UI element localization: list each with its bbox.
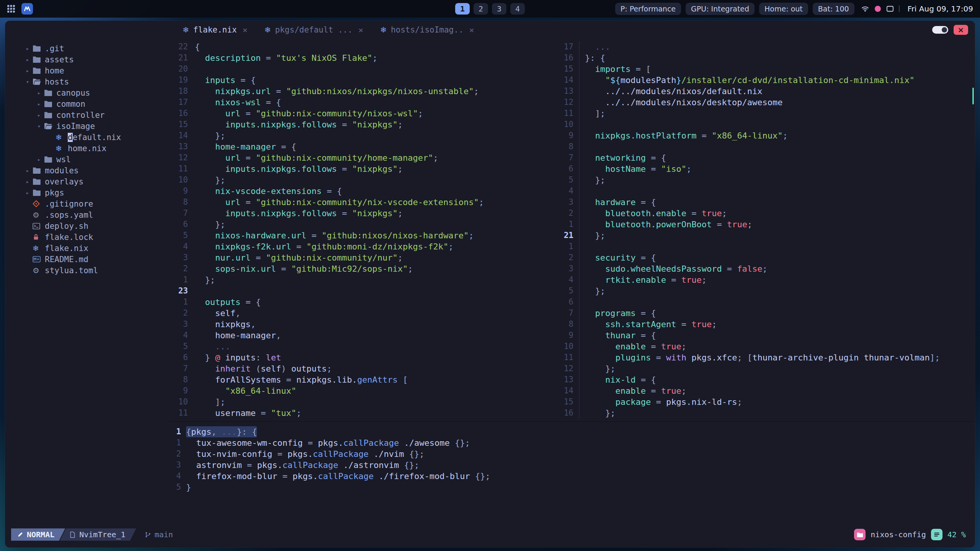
code-line[interactable]: 23 [170, 285, 558, 297]
wifi-icon[interactable] [861, 5, 869, 13]
code-line[interactable]: 13 nix-ld = { [558, 374, 975, 385]
code-line[interactable]: 12 url = "github:nix-community/home-mana… [170, 152, 558, 163]
code-line[interactable]: 5 }; [558, 285, 975, 297]
chevron-down-icon[interactable]: ▾ [34, 123, 44, 130]
code-line[interactable]: 5 nixos-hardware.url = "github:nixos/nix… [170, 230, 558, 241]
code-line[interactable]: 15 package = pkgs.nix-ld-rs; [558, 396, 975, 408]
code-line[interactable]: 14 }; [170, 130, 558, 141]
code-line[interactable]: 7 networking = { [558, 152, 975, 163]
chevron-right-icon[interactable]: ▸ [23, 178, 33, 185]
tree-item-flake-nix[interactable]: ❄flake.nix [5, 243, 170, 254]
code-line[interactable]: 11 plugins = with pkgs.xfce; [thunar-arc… [558, 352, 975, 363]
code-line[interactable]: 3 sudo.wheelNeedsPassword = false; [558, 263, 975, 274]
tab-close-icon[interactable]: × [243, 25, 248, 35]
code-line[interactable]: 14 enable = true; [558, 385, 975, 396]
code-line[interactable]: 6 [558, 297, 975, 308]
code-line[interactable]: 6 hostName = "iso"; [558, 163, 975, 174]
workspace-button-4[interactable]: 4 [510, 3, 525, 15]
code-line[interactable]: 16 }; [558, 408, 975, 419]
tree-item-hosts[interactable]: ▾hosts [5, 76, 170, 87]
tree-item-modules[interactable]: ▸modules [5, 165, 170, 176]
code-line[interactable]: 5 }; [558, 174, 975, 186]
launcher-logo-icon[interactable] [21, 3, 33, 15]
code-line[interactable]: 4 rtkit.enable = true; [558, 274, 975, 285]
code-line[interactable]: 17 nixos-wsl = { [170, 97, 558, 108]
tree-item-common[interactable]: ▸common [5, 98, 170, 109]
buffer-tab[interactable]: ❄hosts/isoImag..× [372, 21, 482, 39]
code-line[interactable]: 11 ]; [558, 108, 975, 119]
code-line[interactable]: 6 }; [170, 219, 558, 230]
tree-item--sops-yaml[interactable]: ⚙.sops.yaml [5, 209, 170, 220]
tree-item-home[interactable]: ▸home [5, 65, 170, 76]
code-line[interactable]: 11 username = "tux"; [170, 408, 558, 419]
code-line[interactable]: 5} [170, 482, 975, 493]
chevron-right-icon[interactable]: ▸ [34, 101, 44, 108]
code-line[interactable]: 13 home-manager = { [170, 141, 558, 152]
code-line[interactable]: 7 inherit (self) outputs; [170, 363, 558, 374]
code-line[interactable]: 1 tux-awesome-wm-config = pkgs.callPacka… [170, 437, 975, 448]
code-line[interactable]: 3 astronvim = pkgs.callPackage ./astronv… [170, 460, 975, 471]
code-line[interactable]: 19 inputs = { [170, 75, 558, 86]
chevron-right-icon[interactable]: ▸ [23, 189, 33, 196]
buffer-tab[interactable]: ❄flake.nix× [175, 21, 255, 39]
code-line[interactable]: 7 programs = { [558, 308, 975, 319]
code-line[interactable]: 5 ... [170, 341, 558, 352]
code-line[interactable]: 6 } @ inputs: let [170, 352, 558, 363]
app-launcher-icon[interactable] [7, 5, 15, 13]
buffer-tab[interactable]: ❄pkgs/default ...× [257, 21, 371, 39]
code-line[interactable]: 3 nur.url = "github:nix-community/nur"; [170, 252, 558, 263]
code-line[interactable]: 4 firefox-mod-blur = pkgs.callPackage ./… [170, 471, 975, 482]
code-line[interactable]: 9 nix-vscode-extensions = { [170, 186, 558, 197]
tree-item-canopus[interactable]: ▸canopus [5, 87, 170, 98]
tray-window-icon[interactable] [886, 5, 894, 12]
code-line[interactable]: 15 imports = [ [558, 64, 975, 75]
code-line[interactable]: 22{ [170, 41, 558, 52]
code-line[interactable]: 9 "x86_64-linux" [170, 385, 558, 396]
tab-close-icon[interactable]: × [469, 25, 474, 35]
code-line[interactable]: 7 inputs.nixpkgs.follows = "nixpkgs"; [170, 208, 558, 219]
chevron-right-icon[interactable]: ▸ [23, 167, 33, 174]
code-line[interactable]: 1 outputs = { [170, 297, 558, 308]
code-line[interactable]: 8 forAllSystems = nixpkgs.lib.genAttrs [ [170, 374, 558, 385]
color-picker-icon[interactable] [874, 5, 881, 12]
chevron-right-icon[interactable]: ▸ [34, 156, 44, 163]
tree-item-flake-lock[interactable]: flake.lock [5, 231, 170, 243]
code-line[interactable]: 13 ../../modules/nixos/default.nix [558, 86, 975, 97]
tree-item-pkgs[interactable]: ▸pkgs [5, 187, 170, 198]
code-line[interactable]: 8 ssh.startAgent = true; [558, 319, 975, 330]
code-line[interactable]: 9 nixpkgs.hostPlatform = "x86_64-linux"; [558, 130, 975, 141]
tree-item-home-nix[interactable]: ❄home.nix [5, 143, 170, 154]
code-line[interactable]: 15 inputs.nixpkgs.follows = "nixpkgs"; [170, 119, 558, 130]
code-line[interactable]: 4 [558, 186, 975, 197]
code-line[interactable]: 3 nixpkgs, [170, 319, 558, 330]
tree-item-assets[interactable]: ▸assets [5, 54, 170, 65]
code-line[interactable]: 1 [558, 241, 975, 252]
window-close-button[interactable]: × [954, 25, 968, 35]
scrollbar-thumb[interactable] [972, 88, 974, 104]
code-line[interactable]: 9 thunar = { [558, 330, 975, 341]
code-line[interactable]: 17 ... [558, 41, 975, 52]
chevron-right-icon[interactable]: ▸ [23, 45, 33, 52]
code-line[interactable]: 2 self, [170, 308, 558, 319]
code-line[interactable]: 1 bluetooth.powerOnBoot = true; [558, 219, 975, 230]
tree-item-controller[interactable]: ▸controller [5, 109, 170, 121]
tree-item-stylua-toml[interactable]: ⚙stylua.toml [5, 265, 170, 276]
tab-close-icon[interactable]: × [358, 25, 363, 35]
tree-item-overlays[interactable]: ▸overlays [5, 176, 170, 187]
chevron-right-icon[interactable]: ▸ [34, 112, 44, 119]
code-line[interactable]: 2 security = { [558, 252, 975, 263]
code-line[interactable]: 12 }; [558, 363, 975, 374]
code-line[interactable]: 1 }; [170, 274, 558, 285]
chevron-right-icon[interactable]: ▸ [23, 67, 33, 74]
code-line[interactable]: 18 nixpkgs.url = "github:nixos/nixpkgs/n… [170, 86, 558, 97]
code-line[interactable]: 16 url = "github:nix-community/nixos-wsl… [170, 108, 558, 119]
tree-item-wsl[interactable]: ▸wsl [5, 154, 170, 165]
tree-item-deploy-sh[interactable]: deploy.sh [5, 220, 170, 231]
chevron-down-icon[interactable]: ▾ [23, 78, 33, 85]
code-line[interactable]: 10 [558, 119, 975, 130]
tree-item--git[interactable]: ▸.git [5, 43, 170, 54]
tree-item--gitignore[interactable]: .gitignore [5, 198, 170, 209]
code-line[interactable]: 2 tux-nvim-config = pkgs.callPackage ./n… [170, 448, 975, 460]
chevron-right-icon[interactable]: ▸ [23, 56, 33, 63]
code-line[interactable]: 16}: { [558, 52, 975, 64]
